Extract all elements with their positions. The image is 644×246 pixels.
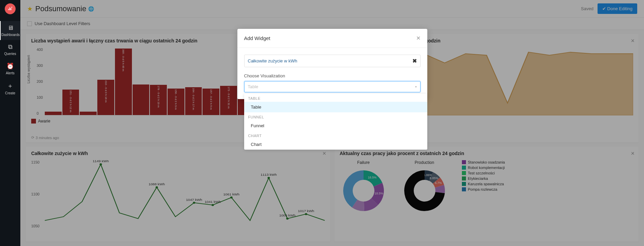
bell-icon: ⏰ <box>6 62 14 70</box>
search-value: Całkowite zużycie w kWh <box>248 58 297 63</box>
svg-point-0 <box>11 7 12 8</box>
visualization-dropdown: TABLETableFUNNELFunnelCHARTChart <box>244 94 427 150</box>
select-placeholder: Table <box>248 84 415 89</box>
widget-search-input[interactable]: Całkowite zużycie w kWh ✖ <box>244 55 421 67</box>
nav-label: Alerts <box>6 71 15 75</box>
sidebar: 🖥 Dashboards ⧉ Queries ⏰ Alerts ＋ Create <box>0 0 20 246</box>
close-icon[interactable]: ✕ <box>416 35 421 41</box>
dropdown-item[interactable]: Chart <box>244 139 427 150</box>
logo[interactable] <box>5 3 16 14</box>
modal-title: Add Widget <box>244 35 271 41</box>
plus-icon: ＋ <box>7 82 13 90</box>
monitor-icon: 🖥 <box>7 24 14 32</box>
nav-label: Dashboards <box>1 33 20 37</box>
nav-label: Queries <box>4 52 16 56</box>
add-widget-modal: Add Widget ✕ Całkowite zużycie w kWh ✖ C… <box>237 29 427 99</box>
dropdown-group: TABLE <box>244 94 427 102</box>
dropdown-group: FUNNEL <box>244 112 427 120</box>
nav-alerts[interactable]: ⏰ Alerts <box>0 59 20 78</box>
viz-label: Choose Visualization <box>244 73 421 78</box>
modal-header: Add Widget ✕ <box>237 29 427 48</box>
terminal-icon: ⧉ <box>8 43 13 51</box>
dropdown-item[interactable]: Funnel <box>244 120 427 131</box>
chevron-down-icon: ▾ <box>415 85 417 89</box>
nav-create[interactable]: ＋ Create <box>0 78 20 98</box>
clear-icon[interactable]: ✖ <box>412 58 417 64</box>
main: ★ Podsumowanie 🌐 Saved ✔ Done Editing Us… <box>20 0 644 246</box>
nav-label: Create <box>5 91 15 95</box>
nav-dashboards[interactable]: 🖥 Dashboards <box>0 21 20 40</box>
visualization-select[interactable]: Table ▾ <box>244 81 421 92</box>
dropdown-group: CHART <box>244 131 427 139</box>
dropdown-item[interactable]: Table <box>244 102 427 112</box>
nav-queries[interactable]: ⧉ Queries <box>0 40 20 59</box>
chart-bubble-icon <box>7 6 13 12</box>
